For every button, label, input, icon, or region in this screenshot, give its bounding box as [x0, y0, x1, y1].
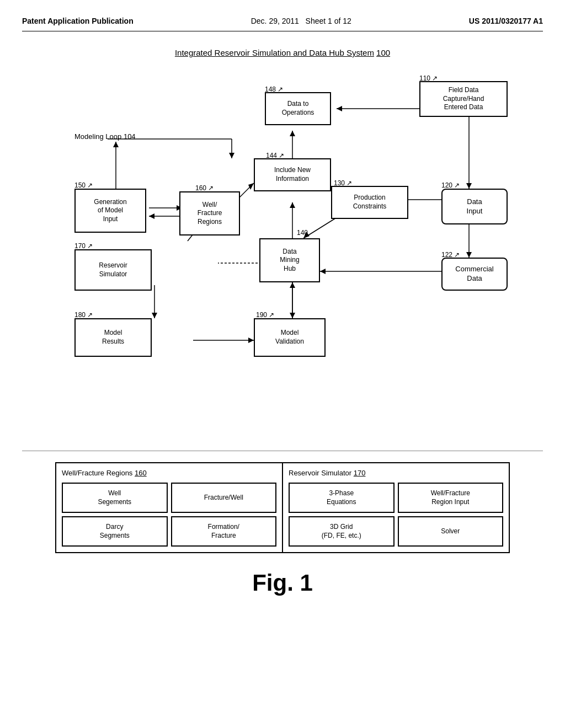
- label-modeling-loop: Modeling Loop 104: [74, 132, 136, 141]
- data-input-label: DataInput: [467, 197, 483, 216]
- svg-marker-19: [149, 213, 154, 219]
- detail-section: Well/Fracture Regions 160 WellSegements …: [55, 462, 510, 553]
- label-170: 170 ↗: [74, 242, 93, 250]
- detail-cell-well-segments: WellSegements: [62, 483, 168, 513]
- label-160: 160 ↗: [195, 184, 214, 192]
- label-180: 180 ↗: [74, 311, 93, 319]
- header-center: Dec. 29, 2011 Sheet 1 of 12: [251, 17, 351, 25]
- label-140: 140: [297, 229, 308, 237]
- svg-marker-32: [113, 142, 119, 147]
- data-operations-label: Data toOperations: [282, 100, 315, 117]
- detail-cell-solver: Solver: [398, 516, 504, 547]
- box-production-constraints: ProductionConstraints: [331, 186, 408, 219]
- label-130: 130 ↗: [334, 179, 352, 187]
- header-sheet: Sheet 1 of 12: [306, 17, 351, 25]
- detail-left-title: Well/Fracture Regions 160: [62, 469, 276, 477]
- svg-marker-26: [152, 313, 157, 318]
- box-model-results: ModelResults: [74, 318, 152, 357]
- svg-marker-30: [290, 282, 295, 288]
- svg-marker-7: [320, 269, 326, 274]
- svg-marker-37: [337, 106, 342, 111]
- label-150: 150 ↗: [74, 181, 93, 189]
- well-fracture-label: Well/FractureRegions: [198, 201, 222, 227]
- svg-marker-3: [466, 252, 472, 258]
- reservoir-simulator-label: ReservoirSimulator: [99, 261, 127, 279]
- data-mining-hub-label: DataMiningHub: [280, 248, 299, 274]
- svg-marker-11: [290, 202, 295, 208]
- detail-left-block: Well/Fracture Regions 160 WellSegements …: [56, 463, 283, 552]
- detail-cell-3phase: 3-PhaseEquations: [289, 483, 395, 513]
- label-148: 148 ↗: [265, 85, 283, 93]
- svg-marker-15: [290, 313, 295, 318]
- label-144: 144 ↗: [266, 152, 284, 159]
- generation-model-label: Generationof ModelInput: [94, 198, 126, 224]
- detail-cell-3d-grid: 3D Grid(FD, FE, etc.): [289, 516, 395, 547]
- detail-left-number: 160: [135, 469, 147, 477]
- field-data-label: Field DataCapture/HandEntered Data: [443, 86, 484, 112]
- label-120: 120 ↗: [441, 181, 460, 189]
- box-reservoir-simulator: ReservoirSimulator: [74, 249, 152, 291]
- section-divider: [22, 451, 543, 451]
- detail-cell-darcy-segments: DarcySegments: [62, 516, 168, 547]
- fig-caption: Fig. 1: [22, 570, 543, 596]
- diagram-area: Integrated Reservoir Simulation and Data…: [22, 42, 543, 440]
- box-well-fracture: Well/FractureRegions: [179, 191, 240, 235]
- detail-cell-well-fracture-input: Well/FractureRegion Input: [398, 483, 504, 513]
- detail-right-number: 170: [354, 469, 366, 477]
- detail-right-title: Reservoir Simulator 170: [289, 469, 503, 477]
- detail-right-grid: 3-PhaseEquations Well/FractureRegion Inp…: [289, 483, 503, 547]
- svg-marker-28: [248, 338, 254, 343]
- diagram-title: Integrated Reservoir Simulation and Data…: [22, 48, 543, 57]
- header-right: US 2011/0320177 A1: [469, 17, 543, 25]
- include-new-info-label: Include NewInformation: [274, 166, 311, 183]
- svg-marker-35: [229, 153, 234, 158]
- commercial-data-label: CommercialData: [455, 265, 493, 283]
- svg-marker-1: [466, 183, 472, 189]
- svg-marker-13: [290, 131, 295, 136]
- svg-marker-21: [248, 183, 254, 190]
- label-122: 122 ↗: [441, 251, 460, 259]
- model-validation-label: ModelValidation: [275, 329, 304, 346]
- diagram-title-number: 100: [376, 48, 390, 57]
- detail-cell-fracture-well: Fracture/Well: [171, 483, 277, 513]
- box-generation-model: Generationof ModelInput: [74, 189, 146, 233]
- detail-right-block: Reservoir Simulator 170 3-PhaseEquations…: [283, 463, 509, 552]
- box-field-data: Field DataCapture/HandEntered Data: [419, 81, 508, 117]
- box-data-input: DataInput: [441, 189, 508, 224]
- box-include-new-info: Include NewInformation: [254, 158, 331, 191]
- box-model-validation: ModelValidation: [254, 318, 326, 357]
- label-190: 190 ↗: [256, 311, 274, 319]
- model-results-label: ModelResults: [102, 329, 124, 346]
- box-data-operations: Data toOperations: [265, 92, 331, 125]
- page: Patent Application Publication Dec. 29, …: [0, 0, 565, 728]
- box-data-mining-hub: DataMiningHub: [259, 238, 320, 282]
- detail-cell-formation-fracture: Formation/Fracture: [171, 516, 277, 547]
- header-date: Dec. 29, 2011: [251, 17, 299, 25]
- box-commercial-data: CommercialData: [441, 258, 508, 291]
- header-left: Patent Application Publication: [22, 17, 134, 25]
- label-110: 110 ↗: [419, 74, 438, 82]
- production-constraints-label: ProductionConstraints: [353, 194, 387, 211]
- page-header: Patent Application Publication Dec. 29, …: [22, 11, 543, 31]
- detail-left-grid: WellSegements Fracture/Well DarcySegment…: [62, 483, 276, 547]
- diagram-title-text: Integrated Reservoir Simulation and Data…: [175, 48, 374, 57]
